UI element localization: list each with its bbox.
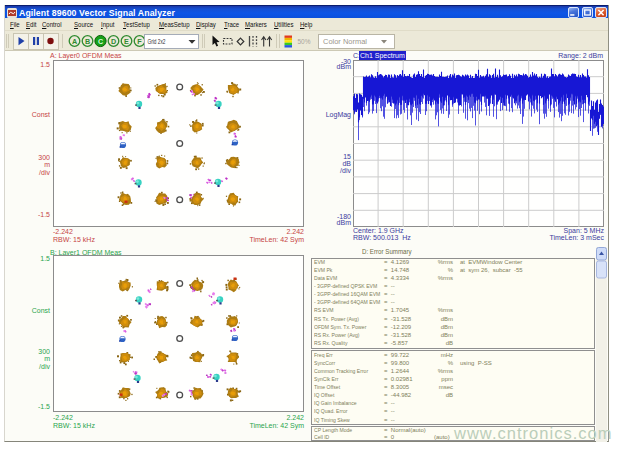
svg-text:C: C bbox=[98, 36, 103, 45]
svg-text:Color Normal: Color Normal bbox=[323, 37, 367, 44]
svg-text:D: D bbox=[111, 36, 116, 45]
svg-text:E: E bbox=[124, 36, 129, 45]
svg-text:B: B bbox=[85, 36, 90, 45]
svg-text:A: A bbox=[72, 36, 77, 45]
svg-text:50%: 50% bbox=[298, 37, 311, 44]
svg-text:F: F bbox=[137, 36, 142, 45]
svg-text:Grid 2x2: Grid 2x2 bbox=[148, 37, 166, 44]
